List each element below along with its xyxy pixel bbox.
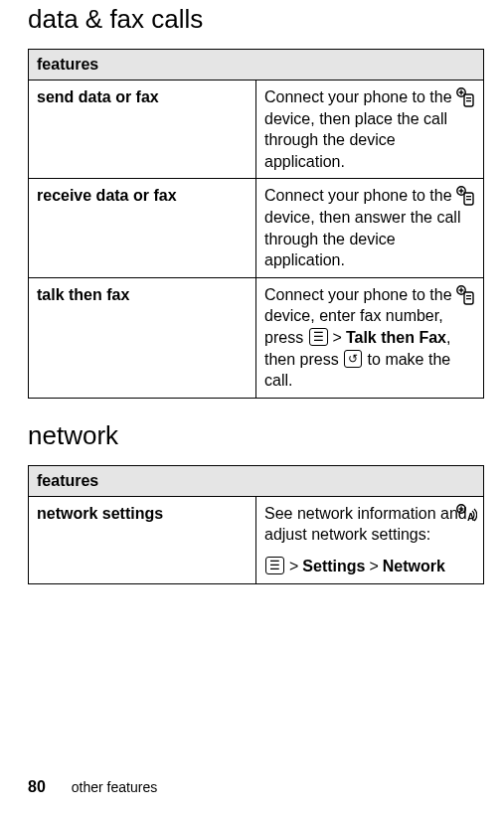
table-row: receive data or fax Connect your phone t… bbox=[29, 179, 484, 277]
feature-desc-text: Connect your phone to the device, then p… bbox=[264, 88, 452, 170]
svg-rect-13 bbox=[466, 295, 471, 296]
table-header: features bbox=[29, 50, 484, 81]
svg-rect-4 bbox=[466, 100, 471, 101]
page-footer: 80other features bbox=[28, 778, 157, 796]
svg-rect-14 bbox=[466, 298, 471, 299]
feature-desc: Connect your phone to the device, then p… bbox=[256, 81, 484, 179]
breadcrumb-separator: > bbox=[365, 558, 382, 574]
feature-desc: Connect your phone to the device, then a… bbox=[256, 179, 484, 277]
table-header: features bbox=[29, 465, 484, 496]
menu-key-icon: ☰ bbox=[265, 557, 284, 574]
section-title-data-fax: data & fax calls bbox=[28, 4, 484, 35]
feature-name: talk then fax bbox=[29, 277, 256, 398]
menu-key-icon: ☰ bbox=[309, 328, 328, 346]
svg-rect-3 bbox=[466, 97, 471, 98]
section-title-network: network bbox=[28, 420, 484, 451]
feature-name: network settings bbox=[29, 496, 256, 583]
table-row: network settings A See network informati… bbox=[29, 496, 484, 583]
svg-rect-8 bbox=[466, 196, 471, 197]
feature-desc-text: See network information and adjust netwo… bbox=[264, 503, 475, 546]
feature-desc: Connect your phone to the device, enter … bbox=[256, 277, 484, 398]
feature-desc-text: Connect your phone to the device, then a… bbox=[264, 187, 460, 268]
page-number: 80 bbox=[28, 778, 46, 795]
sim-plus-icon bbox=[455, 284, 477, 306]
feature-name: send data or fax bbox=[29, 81, 256, 179]
menu-path: ☰>Settings>Network bbox=[264, 556, 475, 577]
network-table: features network settings A See network … bbox=[28, 465, 484, 584]
breadcrumb-separator: > bbox=[285, 558, 302, 574]
footer-label: other features bbox=[72, 779, 157, 795]
menu-path-label: Talk then Fax bbox=[346, 329, 446, 346]
call-key-icon: ↺ bbox=[344, 350, 362, 368]
menu-path-label: Settings bbox=[302, 558, 365, 574]
data-fax-table: features send data or fax Connect your p… bbox=[28, 49, 484, 399]
feature-desc: A See network information and adjust net… bbox=[256, 496, 484, 583]
table-row: send data or fax Connect your phone to t… bbox=[29, 81, 484, 179]
breadcrumb-separator: > bbox=[329, 329, 346, 346]
svg-rect-9 bbox=[466, 199, 471, 200]
sim-plus-icon bbox=[455, 185, 477, 207]
network-plus-icon: A bbox=[455, 503, 477, 525]
sim-plus-icon bbox=[455, 86, 477, 108]
menu-path-label: Network bbox=[383, 558, 445, 574]
feature-name: receive data or fax bbox=[29, 179, 256, 277]
table-row: talk then fax Connect your phone to the … bbox=[29, 277, 484, 398]
